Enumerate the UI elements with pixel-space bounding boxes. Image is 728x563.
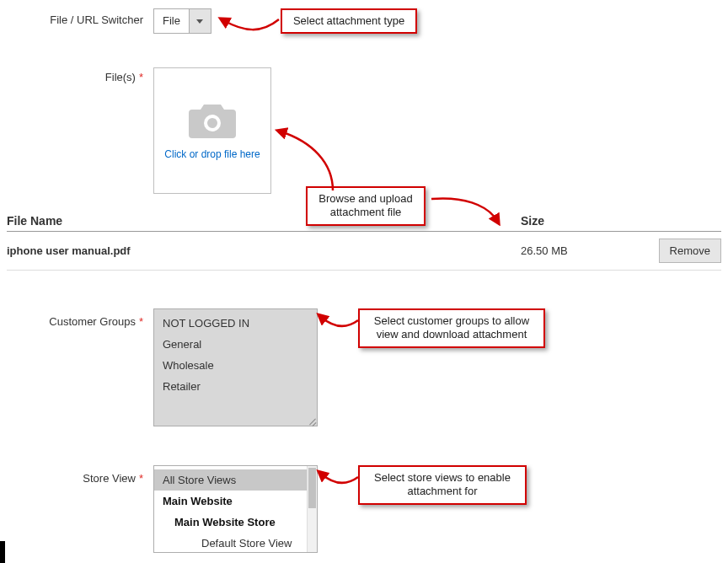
arrow-icon xyxy=(316,308,362,337)
list-item[interactable]: All Store Views xyxy=(154,469,307,491)
remove-button[interactable]: Remove xyxy=(659,239,721,263)
switcher-label: File / URL Switcher xyxy=(0,13,143,26)
files-label: File(s) xyxy=(105,71,136,83)
file-name-cell: iphone user manual.pdf xyxy=(7,244,521,257)
svg-point-1 xyxy=(207,118,217,128)
resize-handle-icon[interactable] xyxy=(308,416,316,425)
customer-groups-label: Customer Groups xyxy=(49,315,136,328)
switcher-dropdown-button[interactable] xyxy=(189,9,211,33)
file-upload-dropzone[interactable]: Click or drop file here xyxy=(153,67,271,194)
required-asterisk: * xyxy=(139,315,143,328)
store-view-label-wrap: Store View* xyxy=(0,472,143,485)
col-header-size: Size xyxy=(521,209,721,232)
switcher-select[interactable]: File xyxy=(153,8,211,34)
annotation-customer-groups: Select customer groups to allowview and … xyxy=(358,308,545,348)
camera-icon xyxy=(185,99,239,140)
list-item[interactable]: Wholesale xyxy=(154,355,317,376)
customer-groups-label-wrap: Customer Groups* xyxy=(0,315,143,328)
chevron-down-icon xyxy=(196,19,203,24)
col-header-name: File Name xyxy=(7,209,521,232)
list-item[interactable]: Default Store View xyxy=(154,533,307,554)
files-label-wrap: File(s)* xyxy=(0,71,143,83)
list-item[interactable]: Main Website Store xyxy=(154,512,307,533)
edge-sliver xyxy=(0,541,5,563)
scrollbar[interactable] xyxy=(307,466,317,552)
scrollbar-thumb[interactable] xyxy=(308,468,316,508)
switcher-value: File xyxy=(154,9,189,33)
list-item[interactable]: Retailer xyxy=(154,376,317,397)
required-asterisk: * xyxy=(139,472,143,485)
store-view-label: Store View xyxy=(83,472,136,485)
table-row: iphone user manual.pdf 26.50 MB Remove xyxy=(7,232,721,271)
upload-text: Click or drop file here xyxy=(164,148,260,162)
arrow-icon xyxy=(215,8,282,42)
file-size-cell: 26.50 MB xyxy=(521,244,659,257)
store-view-listbox[interactable]: All Store Views Main Website Main Websit… xyxy=(153,465,318,553)
customer-groups-listbox[interactable]: NOT LOGGED IN General Wholesale Retailer xyxy=(153,308,318,426)
annotation-store-view: Select store views to enableattachment f… xyxy=(358,465,527,505)
annotation-switcher: Select attachment type xyxy=(281,8,417,34)
list-item[interactable]: NOT LOGGED IN xyxy=(154,313,317,334)
required-asterisk: * xyxy=(139,71,143,83)
arrow-icon xyxy=(316,465,362,494)
list-item[interactable]: General xyxy=(154,334,317,355)
list-item[interactable]: Main Website xyxy=(154,491,307,512)
